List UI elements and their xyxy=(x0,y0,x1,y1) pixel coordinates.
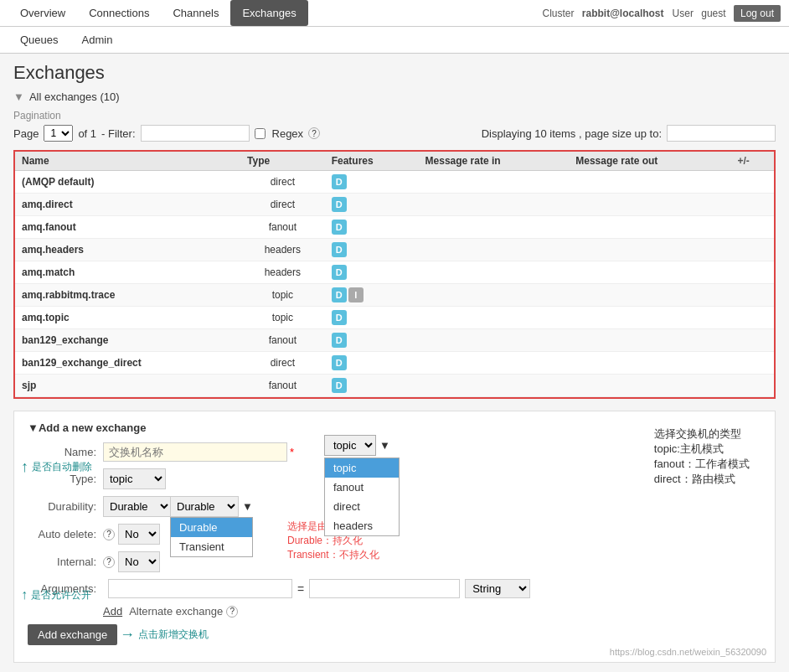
durability-arrow-icon: ▼ xyxy=(242,500,253,513)
nav-exchanges[interactable]: Exchanges xyxy=(230,0,307,26)
autodelete-annotation: ↑ 是否自动删除 xyxy=(21,458,92,476)
add-section-header: ▼ Add a new exchange xyxy=(28,421,761,434)
cell-features: D xyxy=(325,352,419,375)
alt-exchange-help-icon[interactable]: ? xyxy=(226,606,238,618)
nav-queues[interactable]: Queues xyxy=(8,27,70,53)
csdn-watermark: https://blog.csdn.net/weixin_56320090 xyxy=(610,647,766,657)
internal-select[interactable]: No Yes xyxy=(118,551,160,572)
name-input[interactable] xyxy=(103,442,287,462)
cell-rate-out xyxy=(569,307,730,329)
cluster-info: Cluster rabbit@localhost User guest Log … xyxy=(542,5,781,22)
alt-exchange-link[interactable]: Alternate exchange xyxy=(129,605,223,618)
durability-main: Durable Transient ▼ xyxy=(170,496,253,517)
autodelete-help-icon[interactable]: ? xyxy=(103,529,115,540)
page-select[interactable]: 1 xyxy=(44,125,73,142)
cell-rate-in xyxy=(419,261,570,284)
arguments-value-input[interactable] xyxy=(309,579,460,598)
arguments-input[interactable] xyxy=(108,579,292,598)
cell-rate-out xyxy=(569,284,730,307)
autodelete-select[interactable]: No Yes xyxy=(118,524,160,545)
type-option-topic[interactable]: topic xyxy=(325,458,399,478)
type-select-top[interactable]: topic xyxy=(324,435,376,456)
cell-plus-minus xyxy=(731,284,774,307)
cell-name[interactable]: sjp xyxy=(15,375,240,397)
cell-features: D xyxy=(325,194,419,216)
user-label: User xyxy=(673,8,694,19)
table-row: amq.fanoutfanoutD xyxy=(15,216,774,239)
table-row: sjpfanoutD xyxy=(15,375,774,397)
cell-type: headers xyxy=(240,261,325,284)
logout-button[interactable]: Log out xyxy=(734,5,781,22)
cell-plus-minus xyxy=(731,194,774,216)
toggle-arrow-icon[interactable]: ▼ xyxy=(13,90,24,103)
type-option-fanout[interactable]: fanout xyxy=(325,478,399,497)
dropdown-arrow-icon: ▼ xyxy=(379,439,390,452)
name-label: Name: xyxy=(28,446,103,458)
type-option-headers[interactable]: headers xyxy=(325,516,399,535)
cell-rate-in xyxy=(419,329,570,352)
cell-name[interactable]: amq.headers xyxy=(15,239,240,261)
section-header: ▼ All exchanges (10) xyxy=(13,90,776,103)
cell-rate-out xyxy=(569,261,730,284)
nav-channels[interactable]: Channels xyxy=(161,0,230,26)
page-size-input[interactable]: 100 xyxy=(667,125,776,142)
type-select[interactable]: topic fanout direct headers xyxy=(103,468,166,489)
cell-plus-minus xyxy=(731,239,774,261)
type-option-direct[interactable]: direct xyxy=(325,497,399,516)
cell-name[interactable]: amq.topic xyxy=(15,307,240,329)
displaying-label: Displaying 10 items , page size up to: xyxy=(482,127,662,140)
internal-help-icon[interactable]: ? xyxy=(103,556,115,568)
add-exchange-button[interactable]: Add exchange xyxy=(28,624,117,645)
exchanges-table-wrapper: Name Type Features Message rate in Messa… xyxy=(13,150,776,399)
add-section-toggle-icon[interactable]: ▼ xyxy=(28,421,39,434)
cell-name[interactable]: ban129_exchange_direct xyxy=(15,352,240,375)
add-exchange-section: ▼ Add a new exchange topic ▼ topic fanou… xyxy=(13,411,776,663)
table-row: amq.rabbitmq.tracetopicDI xyxy=(15,284,774,307)
cell-plus-minus xyxy=(731,307,774,329)
arguments-row: Arguments: = String Number Boolean xyxy=(28,579,761,598)
cell-name[interactable]: (AMQP default) xyxy=(15,171,240,194)
durability-dropdown-list: Durable Transient xyxy=(170,517,253,557)
col-plus-minus[interactable]: +/- xyxy=(731,152,774,171)
durability-option-transient[interactable]: Transient xyxy=(171,537,252,556)
cell-plus-minus xyxy=(731,261,774,284)
cell-rate-out xyxy=(569,239,730,261)
cell-features: D xyxy=(325,239,419,261)
cell-rate-in xyxy=(419,239,570,261)
durability-option-durable[interactable]: Durable xyxy=(171,518,252,537)
regex-checkbox[interactable] xyxy=(255,128,266,139)
regex-help-icon[interactable]: ? xyxy=(308,127,320,139)
clickadd-annotation: → 点击新增交换机 xyxy=(120,626,209,644)
cell-rate-in xyxy=(419,307,570,329)
string-type-select[interactable]: String Number Boolean xyxy=(465,579,530,598)
durability-overlay: Durable Transient ▼ Durable Transient xyxy=(170,496,253,557)
cell-name[interactable]: amq.match xyxy=(15,261,240,284)
cell-rate-out xyxy=(569,375,730,397)
cell-name[interactable]: amq.fanout xyxy=(15,216,240,239)
cell-features: D xyxy=(325,216,419,239)
table-row: amq.directdirectD xyxy=(15,194,774,216)
table-row: amq.matchheadersD xyxy=(15,261,774,284)
durability-select[interactable]: Durable Transient xyxy=(103,496,172,517)
nav-connections[interactable]: Connections xyxy=(77,0,161,26)
col-name: Name xyxy=(15,152,240,171)
cell-type: fanout xyxy=(240,329,325,352)
type-dropdown-list: topic fanout direct headers xyxy=(324,457,400,536)
cell-plus-minus xyxy=(731,171,774,194)
cell-name[interactable]: ban129_exchange xyxy=(15,329,240,352)
nav-overview[interactable]: Overview xyxy=(8,0,77,26)
cell-name[interactable]: amq.rabbitmq.trace xyxy=(15,284,240,307)
filter-input[interactable] xyxy=(141,125,250,142)
durability-select-2[interactable]: Durable Transient xyxy=(170,496,239,517)
cell-type: direct xyxy=(240,352,325,375)
add-link[interactable]: Add xyxy=(103,605,122,618)
cell-name[interactable]: amq.direct xyxy=(15,194,240,216)
cell-rate-in xyxy=(419,194,570,216)
equals-sign: = xyxy=(297,582,304,596)
table-row: amq.topictopicD xyxy=(15,307,774,329)
nav-admin[interactable]: Admin xyxy=(70,27,125,53)
cell-rate-in xyxy=(419,352,570,375)
page-content: Exchanges ▼ All exchanges (10) Paginatio… xyxy=(0,54,789,671)
cell-rate-out xyxy=(569,171,730,194)
cell-type: topic xyxy=(240,284,325,307)
